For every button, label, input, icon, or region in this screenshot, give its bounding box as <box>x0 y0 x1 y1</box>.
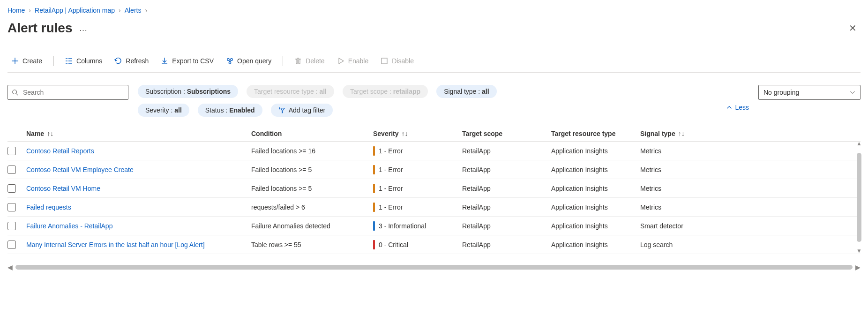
create-label: Create <box>22 57 42 65</box>
search-icon <box>12 89 18 96</box>
disable-button: Disable <box>377 54 418 68</box>
breadcrumb-app[interactable]: RetailApp | Application map <box>35 7 115 14</box>
cell-scope: RetailApp <box>462 222 551 230</box>
cell-trt: Application Insights <box>551 185 640 192</box>
download-icon <box>161 57 168 65</box>
cell-signal: Metrics <box>640 185 706 192</box>
row-checkbox[interactable] <box>7 184 16 193</box>
tag-filter-icon <box>278 107 285 113</box>
command-bar: Create Columns Refresh Export to CSV Ope… <box>7 53 861 73</box>
col-signal[interactable]: Signal type ↑↓ <box>640 130 706 137</box>
row-checkbox[interactable] <box>7 241 16 249</box>
row-checkbox[interactable] <box>7 203 16 211</box>
table-row[interactable]: Failure Anomalies - RetailAppFailure Ano… <box>7 217 861 235</box>
vertical-scrollbar[interactable]: ▲ ▼ <box>855 140 863 254</box>
separator <box>53 56 54 66</box>
rule-name-link[interactable]: Failed requests <box>26 203 71 211</box>
search-input-wrap[interactable] <box>7 85 128 100</box>
search-input[interactable] <box>22 88 124 97</box>
chevron-right-icon: › <box>119 7 121 14</box>
cell-scope: RetailApp <box>462 203 551 211</box>
rule-name-link[interactable]: Failure Anomalies - RetailApp <box>26 222 112 230</box>
filter-severity[interactable]: Severity : all <box>138 104 189 117</box>
open-query-label: Open query <box>237 57 271 65</box>
table-row[interactable]: Contoso Retail VM Employee CreateFailed … <box>7 160 861 179</box>
cell-signal: Metrics <box>640 203 706 211</box>
page-title: Alert rules <box>7 21 73 36</box>
cell-condition: Failed locations >= 16 <box>251 147 373 155</box>
table-row[interactable]: Failed requestsrequests/failed > 61 - Er… <box>7 198 861 217</box>
svg-rect-21 <box>382 58 387 64</box>
cell-condition: Failed locations >= 5 <box>251 185 373 192</box>
scroll-left-icon[interactable]: ◀ <box>7 263 13 271</box>
disable-label: Disable <box>392 57 414 65</box>
trash-icon <box>294 57 302 65</box>
add-tag-filter[interactable]: Add tag filter <box>271 104 333 117</box>
table-row[interactable]: Many Internal Server Errors in the last … <box>7 235 861 254</box>
severity-bar-icon <box>373 221 375 231</box>
cell-scope: RetailApp <box>462 185 551 192</box>
sort-icon: ↑↓ <box>678 130 685 137</box>
rule-name-link[interactable]: Many Internal Server Errors in the last … <box>26 241 205 248</box>
severity-bar-icon <box>373 203 375 212</box>
cell-severity: 1 - Error <box>373 203 462 212</box>
rule-name-link[interactable]: Contoso Retail VM Home <box>26 185 100 192</box>
cell-severity: 1 - Error <box>373 184 462 193</box>
scroll-thumb[interactable] <box>857 153 861 242</box>
play-icon <box>337 57 344 65</box>
rule-name-link[interactable]: Contoso Retail VM Employee Create <box>26 166 134 173</box>
cell-signal: Metrics <box>640 147 706 155</box>
scroll-up-icon[interactable]: ▲ <box>856 140 862 147</box>
severity-bar-icon <box>373 240 375 249</box>
table-row[interactable]: Contoso Retail ReportsFailed locations >… <box>7 142 861 160</box>
filter-status[interactable]: Status : Enabled <box>198 104 262 117</box>
close-icon[interactable]: ✕ <box>845 20 861 37</box>
severity-bar-icon <box>373 146 375 156</box>
scroll-right-icon[interactable]: ▶ <box>855 263 861 271</box>
chevron-right-icon: › <box>29 7 31 14</box>
create-button[interactable]: Create <box>7 54 46 68</box>
row-checkbox[interactable] <box>7 166 16 174</box>
less-toggle[interactable]: Less <box>726 85 749 111</box>
breadcrumb-alerts[interactable]: Alerts <box>125 7 142 14</box>
open-query-button[interactable]: Open query <box>222 54 275 68</box>
columns-button[interactable]: Columns <box>61 54 106 68</box>
cell-signal: Metrics <box>640 166 706 173</box>
horizontal-scrollbar[interactable]: ◀ ▶ <box>7 263 861 271</box>
sort-icon: ↑↓ <box>47 130 53 137</box>
rule-name-link[interactable]: Contoso Retail Reports <box>26 147 94 155</box>
more-icon[interactable]: … <box>79 23 89 33</box>
cell-severity: 3 - Informational <box>373 221 462 231</box>
breadcrumb-home[interactable]: Home <box>7 7 25 14</box>
refresh-button[interactable]: Refresh <box>111 54 152 68</box>
filter-signal-type[interactable]: Signal type : all <box>436 85 497 98</box>
svg-line-14 <box>231 60 232 62</box>
severity-bar-icon <box>373 184 375 193</box>
svg-marker-26 <box>281 108 284 113</box>
col-scope[interactable]: Target scope <box>462 130 551 137</box>
cell-condition: requests/failed > 6 <box>251 203 373 211</box>
cell-signal: Smart detector <box>640 222 706 230</box>
checkbox-icon <box>381 57 388 65</box>
cell-scope: RetailApp <box>462 147 551 155</box>
col-condition[interactable]: Condition <box>251 130 373 137</box>
chevron-right-icon: › <box>145 7 147 14</box>
filter-subscription[interactable]: Subscription : Subscriptions <box>138 85 238 98</box>
col-name[interactable]: Name ↑↓ <box>26 130 251 137</box>
cell-trt: Application Insights <box>551 147 640 155</box>
export-button[interactable]: Export to CSV <box>157 54 217 68</box>
row-checkbox[interactable] <box>7 222 16 230</box>
filter-pills: Subscription : Subscriptions Target reso… <box>138 85 503 117</box>
col-trt[interactable]: Target resource type <box>551 130 640 137</box>
row-checkbox[interactable] <box>7 147 16 155</box>
cell-condition: Failed locations >= 5 <box>251 166 373 173</box>
separator <box>283 56 283 66</box>
scroll-down-icon[interactable]: ▼ <box>856 248 862 254</box>
enable-button: Enable <box>333 54 373 68</box>
col-severity[interactable]: Severity ↑↓ <box>373 130 462 137</box>
grouping-select[interactable]: No grouping <box>758 85 861 100</box>
table-row[interactable]: Contoso Retail VM HomeFailed locations >… <box>7 179 861 198</box>
cell-trt: Application Insights <box>551 203 640 211</box>
scroll-thumb[interactable] <box>15 265 853 270</box>
severity-bar-icon <box>373 165 375 174</box>
